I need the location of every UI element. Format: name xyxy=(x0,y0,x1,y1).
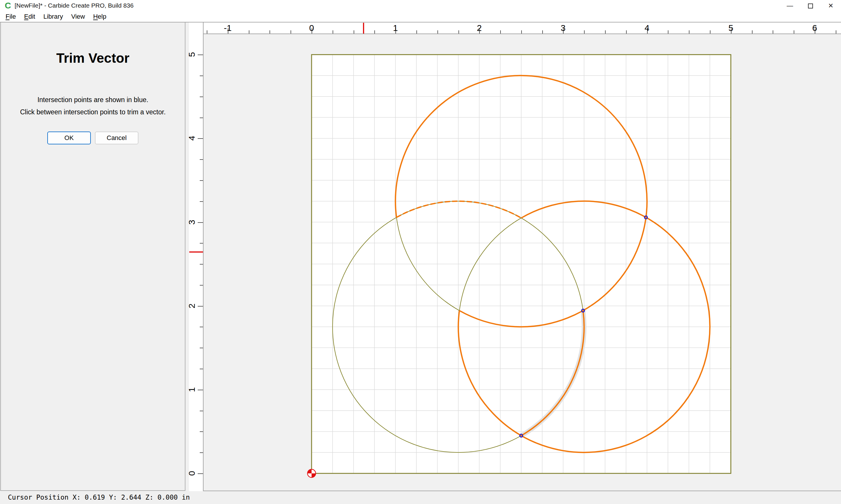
ruler-tick xyxy=(200,96,203,97)
minimize-button[interactable]: — xyxy=(780,0,800,12)
ruler-tick xyxy=(198,390,203,390)
ruler-tick xyxy=(200,411,203,411)
ruler-tick xyxy=(249,30,250,34)
ruler-label: 5 xyxy=(187,52,197,57)
ruler-tick xyxy=(332,30,333,34)
app-icon: C xyxy=(3,1,12,10)
cursor-y-indicator xyxy=(189,251,203,253)
ruler-label: 3 xyxy=(187,220,197,224)
ruler-vertical: 012345 xyxy=(189,22,204,491)
cancel-button[interactable]: Cancel xyxy=(95,131,138,144)
ruler-tick xyxy=(437,30,438,34)
ruler-tick xyxy=(773,30,773,34)
cursor-x-indicator xyxy=(363,23,364,34)
ruler-tick xyxy=(200,201,203,202)
ruler-tick xyxy=(207,30,207,34)
ruler-label: 2 xyxy=(477,23,482,33)
status-bar: Cursor Position X: 0.619 Y: 2.644 Z: 0.0… xyxy=(0,491,841,504)
ruler-tick xyxy=(459,30,459,34)
ruler-tick xyxy=(198,55,203,55)
ruler-tick xyxy=(200,348,203,348)
ruler-tick xyxy=(542,30,543,34)
ruler-tick xyxy=(291,30,291,34)
ruler-tick xyxy=(354,30,354,34)
ruler-label: 3 xyxy=(561,23,566,33)
window-title: [NewFile]* - Carbide Create PRO, Build 8… xyxy=(15,2,134,9)
ruler-label: 4 xyxy=(187,136,197,141)
ruler-tick xyxy=(836,30,836,34)
ruler-tick xyxy=(200,431,203,432)
menu-item-edit[interactable]: Edit xyxy=(20,12,39,22)
ruler-label: 5 xyxy=(728,23,733,33)
ruler-tick xyxy=(200,243,203,244)
ruler-tick xyxy=(668,30,668,34)
title-bar: C [NewFile]* - Carbide Create PRO, Build… xyxy=(0,0,841,12)
instruction-line-1: Intersection points are shown in blue. xyxy=(1,96,185,104)
ruler-label: 0 xyxy=(309,23,314,33)
ruler-tick xyxy=(200,452,203,453)
ruler-tick xyxy=(416,30,417,34)
ruler-tick xyxy=(200,75,203,76)
ruler-tick xyxy=(689,30,689,34)
app-window: C [NewFile]* - Carbide Create PRO, Build… xyxy=(0,0,841,504)
ruler-tick xyxy=(198,306,203,307)
ruler-tick xyxy=(794,30,794,34)
ruler-tick xyxy=(200,118,203,118)
ruler-tick xyxy=(752,30,753,34)
ruler-tick xyxy=(200,369,203,369)
ruler-tick xyxy=(584,30,585,34)
ruler-label: 2 xyxy=(187,303,197,308)
ruler-tick xyxy=(500,30,501,34)
ruler-tick xyxy=(270,30,270,34)
ruler-label: 1 xyxy=(187,387,197,392)
ruler-label: 4 xyxy=(645,23,649,33)
ruler-label: -1 xyxy=(224,23,232,33)
panel-title: Trim Vector xyxy=(1,50,185,66)
ruler-tick xyxy=(626,30,627,34)
ruler-tick xyxy=(198,222,203,223)
ruler-label: 6 xyxy=(812,23,817,33)
ruler-tick xyxy=(374,30,375,34)
ruler-label: 0 xyxy=(187,471,197,476)
ruler-label: 1 xyxy=(393,23,398,33)
ruler-tick xyxy=(710,30,710,34)
trim-vector-panel: Trim Vector Intersection points are show… xyxy=(0,22,185,491)
restore-icon xyxy=(808,3,813,8)
ok-button[interactable]: OK xyxy=(47,131,91,144)
menu-item-view[interactable]: View xyxy=(67,12,89,22)
ruler-tick xyxy=(198,473,203,474)
menu-item-file[interactable]: File xyxy=(1,12,20,22)
ruler-tick xyxy=(200,327,203,327)
ruler-tick xyxy=(200,285,203,286)
menu-bar: FileEditLibraryViewHelp xyxy=(0,12,841,22)
ruler-tick xyxy=(200,264,203,265)
menu-item-help[interactable]: Help xyxy=(89,12,110,22)
ruler-tick xyxy=(200,159,203,160)
ruler-horizontal: -10123456 xyxy=(189,22,841,34)
ruler-tick xyxy=(200,180,203,181)
ruler-tick xyxy=(605,30,606,34)
ruler-tick xyxy=(198,138,203,139)
instruction-line-2: Click between intersection points to tri… xyxy=(1,108,185,116)
menu-item-library[interactable]: Library xyxy=(39,12,67,22)
close-button[interactable]: ✕ xyxy=(821,0,841,12)
restore-button[interactable] xyxy=(800,0,821,12)
cursor-position-readout: Cursor Position X: 0.619 Y: 2.644 Z: 0.0… xyxy=(8,493,190,501)
ruler-tick xyxy=(521,30,522,34)
drawing-area-background[interactable] xyxy=(189,22,841,491)
